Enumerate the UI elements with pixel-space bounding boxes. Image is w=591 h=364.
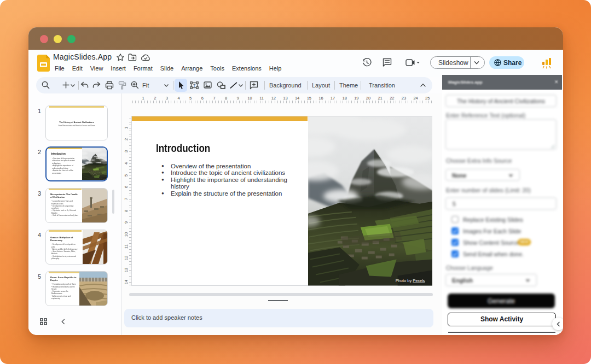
- svg-text:T: T: [193, 83, 196, 88]
